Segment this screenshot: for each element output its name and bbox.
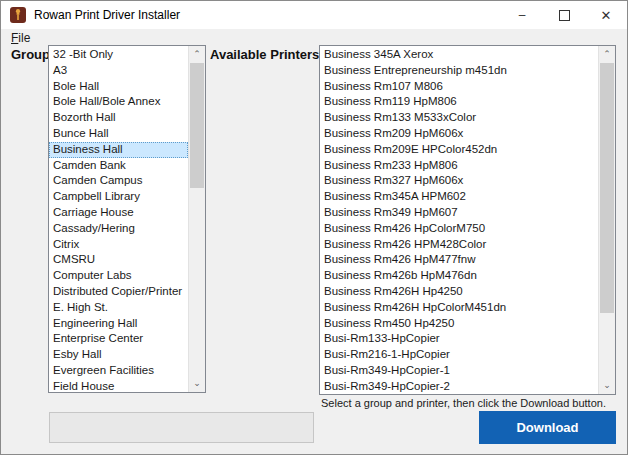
list-item[interactable]: Bunce Hall bbox=[49, 126, 188, 142]
list-item[interactable]: Bole Hall bbox=[49, 79, 188, 95]
list-item[interactable]: Citrix bbox=[49, 237, 188, 253]
download-button[interactable]: Download bbox=[479, 411, 616, 444]
list-item[interactable]: Business Rm426b HpM476dn bbox=[320, 268, 598, 284]
list-item[interactable]: Carriage House bbox=[49, 205, 188, 221]
list-item[interactable]: Camden Bank bbox=[49, 158, 188, 174]
list-item[interactable]: Busi-Rm133-HpCopier bbox=[320, 331, 598, 347]
list-item[interactable]: Business Rm426H HpColorM451dn bbox=[320, 300, 598, 316]
list-item[interactable]: Business Rm209 HpM606x bbox=[320, 126, 598, 142]
list-item[interactable]: Business Rm107 M806 bbox=[320, 79, 598, 95]
scrollbar-thumb[interactable] bbox=[190, 63, 204, 188]
list-item[interactable]: Camden Campus bbox=[49, 173, 188, 189]
list-item[interactable]: Business Rm426 HpM477fnw bbox=[320, 252, 598, 268]
list-item[interactable]: Business Rm426H Hp4250 bbox=[320, 284, 598, 300]
minimize-button[interactable]: – bbox=[501, 1, 543, 29]
close-button[interactable]: ✕ bbox=[585, 1, 627, 29]
printers-listbox[interactable]: Business 345A XeroxBusiness Entrepreneur… bbox=[319, 45, 616, 395]
printers-scrollbar[interactable]: ⌃ ⌄ bbox=[598, 46, 615, 394]
list-item[interactable]: Business Rm327 HpM606x bbox=[320, 173, 598, 189]
printers-list: Business 345A XeroxBusiness Entrepreneur… bbox=[320, 47, 598, 394]
list-item[interactable]: Business Rm119 HpM806 bbox=[320, 94, 598, 110]
group-label: Group bbox=[11, 47, 50, 62]
window-title: Rowan Print Driver Installer bbox=[34, 8, 180, 22]
list-item[interactable]: 32 -Bit Only bbox=[49, 47, 188, 63]
title-bar[interactable]: Rowan Print Driver Installer – ✕ bbox=[1, 1, 627, 29]
scrollbar-down-icon[interactable]: ⌄ bbox=[599, 377, 615, 394]
list-item[interactable]: Busi-Rm349-HpCopier-2 bbox=[320, 379, 598, 395]
list-item[interactable]: Business 345A Xerox bbox=[320, 47, 598, 63]
list-item[interactable]: Business Rm426 HPM428Color bbox=[320, 237, 598, 253]
maximize-icon bbox=[559, 10, 570, 21]
list-item[interactable]: Business Rm345A HPM602 bbox=[320, 189, 598, 205]
list-item[interactable]: Busi-Rm216-1-HpCopier bbox=[320, 347, 598, 363]
installer-window: Rowan Print Driver Installer – ✕ File Gr… bbox=[0, 0, 628, 455]
list-item[interactable]: Bole Hall/Bole Annex bbox=[49, 94, 188, 110]
list-item[interactable]: Business Rm209E HPColor452dn bbox=[320, 142, 598, 158]
list-item[interactable]: Business Rm233 HpM806 bbox=[320, 158, 598, 174]
available-printers-label: Available Printers bbox=[210, 47, 319, 62]
group-listbox[interactable]: 32 -Bit OnlyA3Bole HallBole Hall/Bole An… bbox=[48, 45, 206, 393]
list-item[interactable]: Business Entrepreneurship m451dn bbox=[320, 63, 598, 79]
status-field bbox=[49, 412, 314, 443]
list-item[interactable]: Business Rm349 HpM607 bbox=[320, 205, 598, 221]
list-item[interactable]: Busi-Rm349-HpCopier-1 bbox=[320, 363, 598, 379]
list-item[interactable]: Business Rm133 M533xColor bbox=[320, 110, 598, 126]
scrollbar-up-icon[interactable]: ⌃ bbox=[599, 46, 615, 63]
list-item[interactable]: E. High St. bbox=[49, 300, 188, 316]
list-item[interactable]: Esby Hall bbox=[49, 347, 188, 363]
rowan-torch-icon bbox=[10, 7, 26, 23]
list-item[interactable]: Campbell Library bbox=[49, 189, 188, 205]
list-item[interactable]: Enterprise Center bbox=[49, 331, 188, 347]
scrollbar-down-icon[interactable]: ⌄ bbox=[189, 375, 205, 392]
scrollbar-up-icon[interactable]: ⌃ bbox=[189, 46, 205, 63]
list-item[interactable]: Distributed Copier/Printer bbox=[49, 284, 188, 300]
list-item[interactable]: Business Hall bbox=[49, 142, 188, 158]
scrollbar-thumb[interactable] bbox=[600, 63, 614, 313]
list-item[interactable]: A3 bbox=[49, 63, 188, 79]
menu-file[interactable]: File bbox=[5, 31, 36, 45]
menu-bar: File bbox=[1, 29, 627, 46]
list-item[interactable]: Field House bbox=[49, 379, 188, 393]
list-item[interactable]: Engineering Hall bbox=[49, 316, 188, 332]
list-item[interactable]: Cassady/Hering bbox=[49, 221, 188, 237]
group-scrollbar[interactable]: ⌃ ⌄ bbox=[188, 46, 205, 392]
list-item[interactable]: Bozorth Hall bbox=[49, 110, 188, 126]
hint-text: Select a group and printer, then click t… bbox=[321, 397, 606, 409]
list-item[interactable]: Computer Labs bbox=[49, 268, 188, 284]
list-item[interactable]: Business Rm426 HpColorM750 bbox=[320, 221, 598, 237]
list-item[interactable]: Evergreen Facilities bbox=[49, 363, 188, 379]
maximize-button[interactable] bbox=[543, 1, 585, 29]
group-list: 32 -Bit OnlyA3Bole HallBole Hall/Bole An… bbox=[49, 47, 188, 392]
list-item[interactable]: Business Rm450 Hp4250 bbox=[320, 316, 598, 332]
list-item[interactable]: CMSRU bbox=[49, 252, 188, 268]
